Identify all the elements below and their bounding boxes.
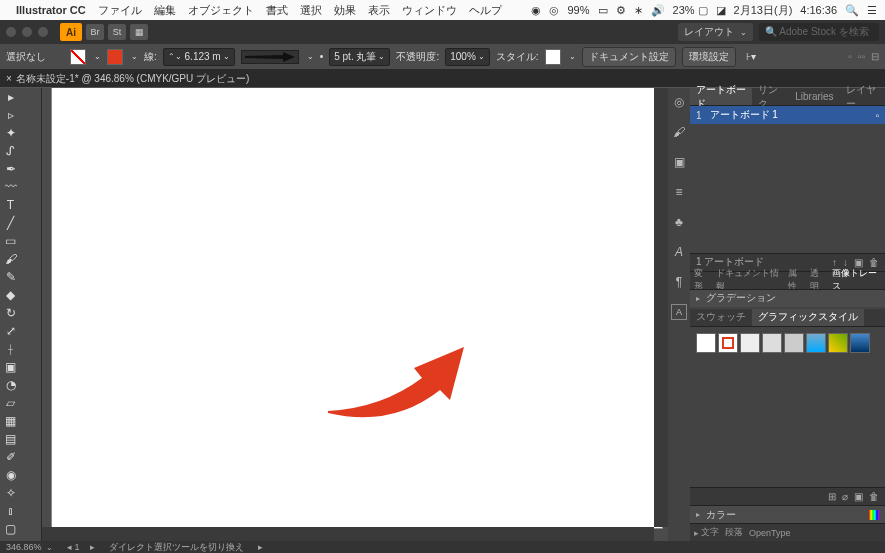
preferences-button[interactable]: 環境設定 [682,47,736,67]
selection-tool[interactable]: ▸ [0,88,21,106]
mesh-tool[interactable]: ▦ [0,412,21,430]
paintbrush-tool[interactable]: 🖌 [0,250,21,268]
align-menu-icon[interactable]: ⊦▾ [742,51,760,62]
dock-character-icon[interactable]: A [671,244,687,260]
document-tab[interactable]: 名称未設定-1* @ 346.86% (CMYK/GPU プレビュー) [12,72,254,86]
new-artboard-icon[interactable]: ▣ [854,257,863,268]
stock-icon[interactable]: St [108,24,126,40]
menu-edit[interactable]: 編集 [154,3,176,18]
stroke-swatch[interactable] [107,49,123,65]
gradient-accordion[interactable]: グラデーション [690,289,885,307]
artboard-nav[interactable]: ◂ 1 ▸ [67,542,95,552]
input-icon[interactable]: ◪ [716,4,726,17]
dock-appearance-icon[interactable]: ♣ [671,214,687,230]
line-tool[interactable]: ╱ [0,214,21,232]
menu-file[interactable]: ファイル [98,3,142,18]
lasso-tool[interactable]: ᔑ [0,142,21,160]
document-setup-button[interactable]: ドキュメント設定 [582,47,676,67]
window-traffic-lights[interactable] [6,27,48,37]
delete-style-icon[interactable]: 🗑 [869,491,879,502]
menu-object[interactable]: オブジェクト [188,3,254,18]
tab-graphic-styles[interactable]: グラフィックスタイル [752,309,864,326]
tab-paragraph[interactable]: 段落 [725,526,743,539]
tab-character[interactable]: 文字 [701,526,719,539]
spotlight-icon[interactable]: 🔍 [845,4,859,17]
wifi-icon[interactable]: ⚙ [616,4,626,17]
perspective-tool[interactable]: ▱ [0,394,21,412]
menubar-time[interactable]: 4:16:36 [800,4,837,16]
fill-swatch[interactable] [70,49,86,65]
magic-wand-tool[interactable]: ✦ [0,124,21,142]
status-menu-icon[interactable]: ▸ [258,542,263,552]
blend-tool[interactable]: ◉ [0,466,21,484]
style-swatch-4[interactable] [762,333,782,353]
artboard-tool[interactable]: ▢ [0,520,21,538]
menu-help[interactable]: ヘルプ [469,3,502,18]
tab-artboards[interactable]: アートボード [690,88,752,105]
zoom-level[interactable]: 346.86% ⌄ [6,542,53,552]
shape-builder-tool[interactable]: ◔ [0,376,21,394]
dock-paragraph-icon[interactable]: ¶ [671,274,687,290]
direct-selection-tool[interactable]: ▹ [0,106,21,124]
scale-tool[interactable]: ⤢ [0,322,21,340]
line-icon[interactable]: ◉ [531,4,541,17]
curvature-tool[interactable]: 〰 [0,178,21,196]
menu-type[interactable]: 書式 [266,3,288,18]
rectangle-tool[interactable]: ▭ [0,232,21,250]
color-accordion[interactable]: カラー [690,505,885,523]
horizontal-scrollbar[interactable] [42,527,654,541]
stats-icon[interactable]: ◎ [549,4,559,17]
layout-dropdown[interactable]: レイアウト⌄ [678,23,753,41]
notifications-icon[interactable]: ☰ [867,4,877,17]
style-swatch-8[interactable] [850,333,870,353]
styles-menu-icon[interactable]: ⊞ [828,491,836,502]
menu-view[interactable]: 表示 [368,3,390,18]
menu-effect[interactable]: 効果 [334,3,356,18]
style-swatch-5[interactable] [784,333,804,353]
opacity-field[interactable]: 100%⌄ [445,48,490,66]
dock-color-guide-icon[interactable]: ◎ [671,94,687,110]
mem-icon[interactable]: 99% [567,4,589,16]
menu-select[interactable]: 選択 [300,3,322,18]
type-tool[interactable]: T [0,196,21,214]
volume-icon[interactable]: 🔊 [651,4,665,17]
dock-stroke-icon[interactable]: ≡ [671,184,687,200]
style-swatch-7[interactable] [828,333,848,353]
fill-dropdown-icon[interactable]: ⌄ [94,52,101,61]
style-swatch-3[interactable] [740,333,760,353]
battery-icon[interactable]: 23% ▢ [673,4,708,17]
vertical-scrollbar[interactable] [654,88,668,527]
artboard-options-icon[interactable]: ▫ [875,110,879,121]
tab-libraries[interactable]: Libraries [789,88,839,105]
artboard-list-item[interactable]: 1 アートボード 1 ▫ [690,106,885,124]
new-style-icon[interactable]: ▣ [854,491,863,502]
stock-search[interactable]: 🔍 Adobe Stock を検索 [759,23,879,41]
tab-opentype[interactable]: OpenType [749,528,791,538]
symbol-sprayer-tool[interactable]: ✧ [0,484,21,502]
width-tool[interactable]: ⟊ [0,340,21,358]
canvas-area[interactable] [42,88,668,541]
eyedropper-tool[interactable]: ✐ [0,448,21,466]
dock-brushes-icon[interactable]: 🖌 [671,124,687,140]
bluetooth-icon[interactable]: ∗ [634,4,643,17]
tab-swatches[interactable]: スウォッチ [690,309,752,326]
dock-symbols-icon[interactable]: ▣ [671,154,687,170]
tab-links[interactable]: リンク [752,88,789,105]
rotate-tool[interactable]: ↻ [0,304,21,322]
style-swatch-2[interactable] [718,333,738,353]
pen-tool[interactable]: ✒ [0,160,21,178]
move-up-icon[interactable]: ↑ [832,257,837,268]
artboard[interactable] [52,88,662,528]
move-down-icon[interactable]: ↓ [843,257,848,268]
break-link-icon[interactable]: ⌀ [842,491,848,502]
stroke-profile[interactable] [241,50,299,64]
graph-tool[interactable]: ⫾ [0,502,21,520]
style-swatch[interactable] [545,49,561,65]
free-transform-tool[interactable]: ▣ [0,358,21,376]
panel-toggle-1-icon[interactable]: ▫ [848,51,852,62]
stroke-width-field[interactable]: ⌃⌄ 6.123 m⌄ [163,48,235,66]
eraser-tool[interactable]: ◆ [0,286,21,304]
panel-toggle-3-icon[interactable]: ⊟ [871,51,879,62]
arrange-icon[interactable]: ▦ [130,24,148,40]
stroke-endpoint-field[interactable]: 5 pt. 丸筆⌄ [329,48,390,66]
